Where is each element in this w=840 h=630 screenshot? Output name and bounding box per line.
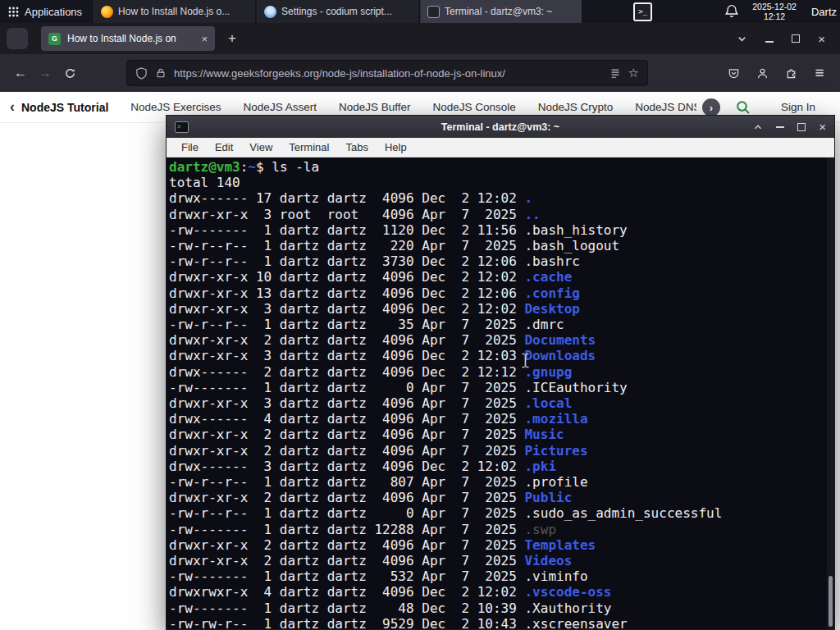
ls-entry-name: Desktop <box>524 301 579 317</box>
window-maximize-button[interactable] <box>792 34 800 43</box>
ls-entry-name: .local <box>524 395 572 411</box>
url-text[interactable]: https://www.geeksforgeeks.org/node-js/in… <box>174 67 602 80</box>
terminal-menubar: FileEditViewTerminalTabsHelp <box>167 138 834 158</box>
prompt-user-host: dartz@vm3 <box>169 159 240 175</box>
ls-entry-name: .Xauthority <box>524 600 611 616</box>
firefox-view-icon[interactable] <box>7 28 28 49</box>
ls-entry-name: .config <box>524 285 579 301</box>
ls-entry-meta: drwxr-xr-x 2 dartz dartz 4096 Apr 7 2025 <box>169 427 524 442</box>
prompt-line: dartz@vm3:~$ ls -la <box>169 159 823 175</box>
ls-entry-name: .bash_history <box>524 222 627 238</box>
ls-entry-meta: drwxr-xr-x 13 dartz dartz 4096 Dec 2 12:… <box>169 285 524 301</box>
nav-item[interactable]: NodeJS Console <box>432 101 515 114</box>
ls-entry: -rw-r--r-- 1 dartz dartz 807 Apr 7 2025 … <box>169 474 823 490</box>
back-button[interactable]: ← <box>8 61 33 85</box>
tab-list-chevron-icon[interactable] <box>737 34 747 44</box>
ls-entry-meta: -rw-rw-r-- 1 dartz dartz 9529 Dec 2 10:4… <box>169 616 524 629</box>
taskbar-button[interactable]: Settings - codium script... <box>257 0 418 23</box>
menu-tabs[interactable]: Tabs <box>337 139 376 155</box>
menu-terminal[interactable]: Terminal <box>281 139 337 155</box>
total-line: total 140 <box>169 175 823 190</box>
nav-item[interactable]: NodeJS Crypto <box>538 101 614 114</box>
toolbar-right-icons: ≡ <box>721 61 832 85</box>
menu-file[interactable]: File <box>173 139 207 155</box>
shield-icon[interactable] <box>135 67 148 80</box>
extensions-icon[interactable] <box>778 61 803 85</box>
terminal-maximize-button[interactable] <box>797 123 806 131</box>
nav-item[interactable]: NodeJS Buffer <box>339 101 411 114</box>
tab-close-icon[interactable]: × <box>201 33 208 45</box>
window-minimize-button[interactable] <box>765 41 774 43</box>
new-tab-button[interactable]: + <box>221 28 243 49</box>
ls-entry-meta: drwxr-xr-x 3 dartz dartz 4096 Apr 7 2025 <box>169 395 524 411</box>
clock[interactable]: 2025-12-02 12:12 <box>752 2 797 21</box>
search-icon[interactable] <box>735 99 751 116</box>
ls-entry-meta: -rw------- 1 dartz dartz 1120 Dec 2 11:5… <box>169 222 524 238</box>
terminal-icon <box>427 6 440 18</box>
ls-entry-meta: drwxr-xr-x 2 dartz dartz 4096 Apr 7 2025 <box>169 332 524 348</box>
ls-entry-meta: -rw------- 1 dartz dartz 532 Apr 7 2025 <box>169 568 524 584</box>
terminal-minimize-button[interactable] <box>776 126 784 128</box>
menu-help[interactable]: Help <box>377 139 415 155</box>
sign-in-button[interactable]: Sign In <box>781 101 815 113</box>
nav-item[interactable]: NodeJS DNS <box>635 101 696 114</box>
ls-entry: -rw------- 1 dartz dartz 532 Apr 7 2025 … <box>169 568 823 584</box>
menu-view[interactable]: View <box>241 139 281 155</box>
account-icon[interactable] <box>750 61 774 85</box>
ls-entry-name: .xscreensaver <box>524 616 627 629</box>
window-close-button[interactable]: × <box>818 33 825 45</box>
ls-entry-name: .ICEauthority <box>524 380 627 395</box>
lock-icon[interactable] <box>155 67 167 79</box>
reader-mode-icon[interactable] <box>609 67 621 79</box>
ls-entry-meta: drwxr-xr-x 3 dartz dartz 4096 Dec 2 12:0… <box>169 348 524 363</box>
panel-time: 12:12 <box>752 11 797 21</box>
address-bar[interactable]: https://www.geeksforgeeks.org/node-js/in… <box>126 60 648 86</box>
terminal-titlebar[interactable]: > Terminal - dartz@vm3: ~ × <box>167 116 834 138</box>
ls-entry: drwxr-xr-x 3 dartz dartz 4096 Apr 7 2025… <box>169 395 823 411</box>
menu-hamburger-icon[interactable]: ≡ <box>807 61 832 85</box>
ls-entry-meta: -rw-r--r-- 1 dartz dartz 3730 Dec 2 12:0… <box>169 253 524 269</box>
ls-entry-meta: drwxr-xr-x 10 dartz dartz 4096 Dec 2 12:… <box>169 269 524 285</box>
ls-entry: -rw-r--r-- 1 dartz dartz 0 Apr 7 2025 .s… <box>169 505 823 521</box>
terminal-shade-button[interactable] <box>753 122 763 132</box>
nav-item[interactable]: NodeJS Assert <box>244 101 317 114</box>
notification-bell-icon[interactable] <box>724 4 739 19</box>
ls-entry: drwxr-xr-x 2 dartz dartz 4096 Apr 7 2025… <box>169 427 823 442</box>
forward-button[interactable]: → <box>33 61 57 85</box>
tray-terminal-icon[interactable]: >_ <box>633 2 652 21</box>
browser-tab[interactable]: G How to Install Node.js on × <box>41 26 215 51</box>
menu-edit[interactable]: Edit <box>207 139 241 155</box>
ls-entry-name: Videos <box>524 553 572 568</box>
terminal-scrollbar-thumb[interactable] <box>829 576 833 627</box>
pocket-icon[interactable] <box>721 61 746 85</box>
taskbar-button[interactable]: Terminal - dartz@vm3: ~ <box>420 0 582 23</box>
nav-scroll-right-icon[interactable]: › <box>702 98 720 116</box>
ls-entry-meta: -rw-r--r-- 1 dartz dartz 807 Apr 7 2025 <box>169 474 524 490</box>
bookmark-star-icon[interactable]: ☆ <box>628 66 639 80</box>
taskbar-button[interactable]: How to Install Node.js o... <box>94 0 255 23</box>
ls-entry-meta: drwxr-xr-x 3 root root 4096 Apr 7 2025 <box>169 207 524 222</box>
ls-entry: drwx------ 2 dartz dartz 4096 Dec 2 12:1… <box>169 364 823 380</box>
terminal-app-icon[interactable]: > <box>175 121 189 133</box>
panel-user-label[interactable]: Dartz <box>811 6 837 18</box>
ls-entry: drwxr-xr-x 2 dartz dartz 4096 Apr 7 2025… <box>169 443 823 459</box>
ls-entry: -rw-r--r-- 1 dartz dartz 3730 Dec 2 12:0… <box>169 253 823 269</box>
nav-scroll-left-icon[interactable]: ‹ <box>10 98 15 116</box>
ls-entry: drwx------ 3 dartz dartz 4096 Dec 2 12:0… <box>169 459 823 474</box>
ls-entry: drwxr-xr-x 13 dartz dartz 4096 Dec 2 12:… <box>169 285 823 301</box>
panel-date: 2025-12-02 <box>752 2 797 11</box>
terminal-close-button[interactable]: × <box>819 121 826 133</box>
ls-entry: -rw------- 1 dartz dartz 0 Apr 7 2025 .I… <box>169 380 823 395</box>
ls-entry: drwxr-xr-x 2 dartz dartz 4096 Apr 7 2025… <box>169 537 823 553</box>
applications-menu[interactable]: Applications <box>0 0 90 23</box>
reload-button[interactable] <box>57 61 82 85</box>
terminal-screen[interactable]: dartz@vm3:~$ ls -la total 140 drwx------… <box>167 158 834 629</box>
nav-item[interactable]: NodeJS Tutorial <box>21 101 108 114</box>
applications-label: Applications <box>25 6 82 18</box>
taskbar-button-label: Settings - codium script... <box>281 6 392 17</box>
terminal-scrollbar[interactable] <box>827 158 834 629</box>
window-controls: × <box>737 33 833 45</box>
ls-entry-name: .bash_logout <box>524 238 619 253</box>
nav-item[interactable]: NodeJS Exercises <box>130 101 221 114</box>
ls-listing: drwx------ 17 dartz dartz 4096 Dec 2 12:… <box>169 190 823 629</box>
